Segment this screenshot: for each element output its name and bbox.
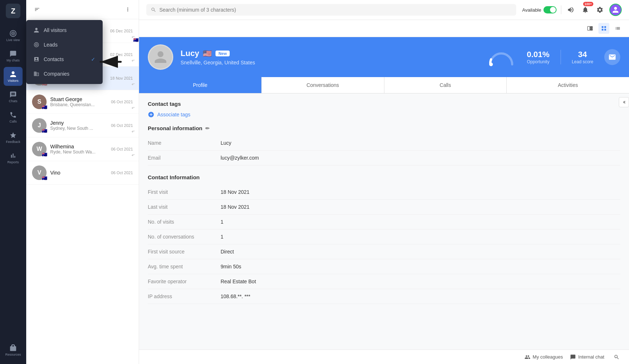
dropdown-contacts[interactable]: Contacts ✓ — [26, 52, 103, 67]
field-label: IP address — [148, 289, 221, 304]
search-bottom-icon[interactable] — [612, 352, 622, 362]
flag-emoji: 🇦🇺 — [42, 176, 47, 181]
opportunity-value: 0.01% — [527, 50, 549, 59]
sidebar-item-label: Resources — [5, 353, 21, 356]
field-label: Name — [148, 136, 221, 151]
grid-list-icon[interactable] — [585, 23, 596, 34]
contact-info-header: Contact Information — [148, 174, 620, 180]
message-icon — [9, 91, 17, 98]
profile-tabs: Profile Conversations Calls Activities — [139, 77, 629, 93]
dropdown-label: Contacts — [44, 56, 64, 62]
more-options-icon[interactable] — [123, 4, 133, 15]
open-icon[interactable]: ⬐ — [131, 128, 135, 133]
my-colleagues-label: My colleagues — [533, 354, 563, 360]
search-bar[interactable] — [146, 4, 516, 16]
open-icon[interactable]: ⬐ — [131, 34, 135, 39]
contact-date: 06 Oct 2021 — [111, 147, 133, 151]
notifications-icon[interactable]: 100+ — [580, 5, 590, 15]
user-avatar[interactable] — [609, 4, 622, 16]
sidebar-item-live-view[interactable]: Live view — [4, 26, 23, 45]
internal-chat-icon — [570, 354, 576, 360]
table-row: First visit source Direct — [148, 244, 620, 259]
email-button[interactable] — [604, 49, 620, 65]
field-value: 9min 50s — [221, 259, 620, 274]
sidebar-item-calls[interactable]: Calls — [4, 108, 23, 127]
sidebar-item-reports[interactable]: Reports — [4, 148, 23, 167]
field-label: First visit source — [148, 244, 221, 259]
open-icon[interactable]: ⬐ — [131, 152, 135, 157]
dropdown-companies[interactable]: Companies — [26, 67, 103, 81]
tab-profile[interactable]: Profile — [139, 77, 262, 93]
sort-icon[interactable] — [32, 4, 42, 15]
contacts-header-left — [32, 4, 42, 15]
svg-point-7 — [489, 63, 493, 66]
opportunity-stat: 0.01% Opportunity — [527, 50, 549, 64]
sidebar-item-visitors[interactable]: Visitors — [4, 67, 23, 86]
notification-count: 100+ — [583, 2, 593, 6]
personal-info-label: Personal information — [148, 125, 202, 131]
person-icon — [33, 27, 39, 33]
field-value: 108.68.**. *** — [221, 289, 620, 304]
open-icon[interactable]: ⬐ — [131, 81, 135, 86]
profile-avatar — [148, 44, 173, 70]
contact-name: Wilhemina — [50, 144, 107, 149]
field-value: Direct — [221, 244, 620, 259]
sidebar-item-label: My chats — [7, 59, 20, 62]
divider — [561, 5, 561, 14]
dropdown-label: Leads — [44, 42, 58, 48]
settings-icon[interactable] — [595, 5, 605, 15]
tab-conversations[interactable]: Conversations — [262, 77, 384, 93]
list-view-icon[interactable] — [612, 23, 623, 34]
field-value: lucy@zylker.com — [221, 151, 620, 165]
contact-item[interactable]: S 🇦🇺 Stuart George Brisbane, Queenslan..… — [26, 90, 139, 114]
profile-name-row: Lucy 🇺🇸 New — [181, 49, 479, 58]
edit-icon[interactable]: ✏ — [205, 125, 210, 131]
sidebar-item-my-chats[interactable]: My chats — [4, 47, 23, 65]
profile-stats: 0.01% Opportunity 34 Lead score — [487, 48, 620, 66]
table-row: Name Lucy — [148, 136, 620, 151]
table-row: Favorite operator Real Estate Bot — [148, 274, 620, 289]
new-badge: New — [215, 51, 230, 56]
dropdown-leads[interactable]: Leads — [26, 37, 103, 52]
table-row: Avg. time spent 9min 50s — [148, 259, 620, 274]
collapse-button[interactable] — [619, 97, 629, 107]
tab-activities[interactable]: Activities — [507, 77, 629, 93]
sidebar-item-feedback[interactable]: Feedback — [4, 128, 23, 147]
briefcase-icon — [9, 344, 17, 352]
search-input[interactable] — [159, 7, 512, 13]
field-label: Avg. time spent — [148, 259, 221, 274]
table-row: Last visit 18 Nov 2021 — [148, 200, 620, 215]
tab-calls[interactable]: Calls — [384, 77, 507, 93]
available-badge: Available — [522, 6, 557, 13]
sidebar: Z Live view My chats Visitors Chats Call… — [0, 0, 26, 364]
associate-tags-label: Associate tags — [157, 112, 190, 117]
my-colleagues-btn[interactable]: My colleagues — [525, 354, 563, 360]
grid-view-icon[interactable] — [598, 23, 609, 34]
contact-item[interactable]: J 🇦🇺 Jenny Sydney, New South ... 06 Oct … — [26, 114, 139, 137]
gauge-svg — [487, 48, 516, 66]
sidebar-item-chats[interactable]: Chats — [4, 87, 23, 106]
open-icon[interactable]: ⬐ — [131, 105, 135, 110]
contacts-header — [26, 0, 139, 19]
contact-location: Brisbane, Queenslan... — [50, 102, 107, 107]
profile-header: Lucy 🇺🇸 New Snellville, Georgia, United … — [139, 37, 629, 77]
contact-item[interactable]: V 🇦🇺 Vino 06 Oct 2021 — [26, 161, 139, 185]
contact-name: Jenny — [50, 120, 107, 126]
sidebar-item-resources[interactable]: Resources — [4, 341, 23, 360]
profile-flag: 🇺🇸 — [203, 49, 212, 58]
dropdown-all-visitors[interactable]: All visitors — [26, 23, 103, 37]
sound-icon[interactable] — [566, 5, 576, 15]
contact-date: 06 Oct 2021 — [111, 123, 133, 128]
sidebar-item-label: Visitors — [8, 79, 18, 83]
contact-item[interactable]: W 🇦🇺 Wilhemina Ryde, New South Wa... 06 … — [26, 137, 139, 161]
arrow-svg — [95, 51, 124, 73]
availability-toggle[interactable] — [543, 6, 557, 13]
contact-location: Ryde, New South Wa... — [50, 149, 107, 155]
dropdown-label: Companies — [44, 71, 70, 77]
open-icon[interactable]: ⬐ — [131, 57, 135, 63]
internal-chat-btn[interactable]: Internal chat — [570, 354, 604, 360]
navigation-dropdown: All visitors Leads Contacts ✓ Companies — [26, 20, 103, 84]
contact-info: Jenny Sydney, New South ... — [50, 120, 107, 131]
sidebar-item-label: Live view — [6, 38, 20, 42]
associate-tags-btn[interactable]: Associate tags — [148, 111, 620, 118]
